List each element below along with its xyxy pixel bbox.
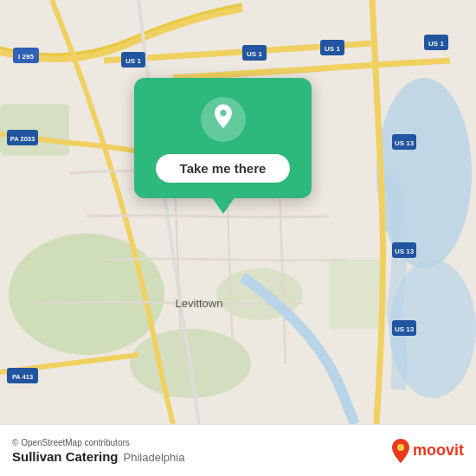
svg-text:US 13: US 13 (395, 325, 415, 333)
svg-rect-5 (329, 260, 381, 329)
map-pin-icon (210, 104, 236, 135)
svg-text:I 295: I 295 (18, 53, 34, 61)
svg-text:US 1: US 1 (428, 40, 444, 48)
svg-text:US 13: US 13 (395, 139, 415, 147)
moovit-logo: moovit (391, 439, 464, 463)
svg-point-29 (397, 444, 404, 451)
bottom-info-bar: © OpenStreetMap contributors Sullivan Ca… (0, 424, 476, 476)
map-background: I 295 US 1 US 1 US 1 US 1 US 13 US 13 US… (0, 0, 476, 424)
svg-text:PA 413: PA 413 (12, 373, 33, 381)
svg-text:US 1: US 1 (247, 50, 262, 58)
location-popup: Take me there (134, 78, 312, 198)
moovit-pin-icon (391, 439, 410, 463)
take-me-there-button[interactable]: Take me there (156, 154, 291, 183)
svg-text:US 13: US 13 (395, 248, 415, 255)
place-name: Sullivan Catering (12, 449, 119, 464)
svg-point-1 (9, 234, 164, 355)
moovit-brand-text: moovit (413, 441, 464, 460)
svg-text:US 1: US 1 (325, 45, 340, 53)
location-icon-circle (201, 97, 246, 142)
svg-text:US 1: US 1 (125, 57, 141, 65)
svg-text:PA 2033: PA 2033 (10, 135, 35, 143)
place-location: Philadelphia (124, 451, 185, 464)
osm-attribution-text: © OpenStreetMap contributors (12, 438, 184, 447)
map-area[interactable]: I 295 US 1 US 1 US 1 US 1 US 13 US 13 US… (0, 0, 476, 424)
svg-text:Levittown: Levittown (176, 297, 223, 310)
